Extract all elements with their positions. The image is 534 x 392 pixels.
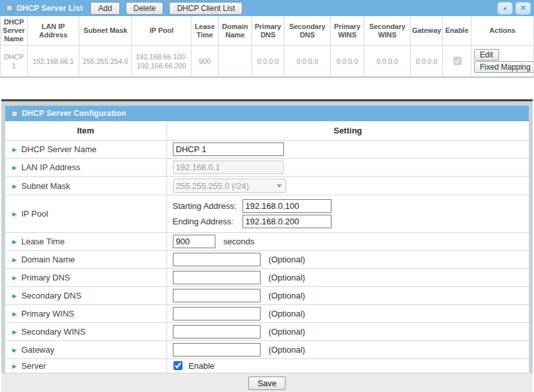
cell-gateway: 0.0.0.0	[411, 46, 443, 77]
col-subnet-mask: Subnet Mask	[79, 16, 132, 46]
arrow-icon: ▶	[12, 293, 17, 299]
setting-column-header: Setting	[166, 121, 529, 141]
col-primary-dns: Primary DNS	[252, 16, 284, 46]
field-label: ▶Primary WINS	[5, 305, 166, 323]
starting-address-input[interactable]	[242, 199, 331, 213]
item-column-header: Item	[5, 121, 166, 141]
arrow-icon: ▶	[12, 183, 17, 190]
col-secondary-wins: Secondary WINS	[364, 16, 411, 46]
panel-title: DHCP Server Configuration	[22, 109, 126, 118]
arrow-icon: ▶	[12, 347, 17, 353]
subnet-mask-selected-value: 255.255.255.0 (/24)	[176, 181, 249, 191]
row-secondary-wins: ▶Secondary WINS (Optional)	[5, 323, 529, 341]
arrow-icon: ▶	[12, 211, 17, 217]
cell-secondary-dns: 0.0.0.0	[284, 46, 331, 77]
cell-name: DHCP 1	[1, 46, 28, 77]
row-subnet-mask: ▶Subnet Mask 255.255.255.0 (/24)	[5, 177, 529, 195]
row-server-enable: ▶Server Enable	[5, 359, 529, 373]
lan-ip-address-input	[173, 161, 284, 174]
row-ip-pool: ▶IP Pool Starting Address: Ending Addres…	[5, 195, 529, 233]
save-button[interactable]: Save	[248, 377, 286, 390]
dhcp-server-list-panel: DHCP Server List Add Delete DHCP Client …	[0, 0, 534, 78]
optional-hint: (Optional)	[268, 273, 305, 282]
optional-hint: (Optional)	[268, 291, 305, 300]
optional-hint: (Optional)	[268, 345, 305, 355]
dhcp-server-list-header: DHCP Server List Add Delete DHCP Client …	[0, 0, 534, 16]
arrow-icon: ▶	[12, 257, 17, 263]
field-label: ▶IP Pool	[5, 195, 166, 233]
arrow-icon: ▶	[12, 363, 17, 369]
close-icon[interactable]: ✕	[515, 2, 531, 15]
panel-square-icon	[12, 111, 17, 117]
cell-actions: Edit Fixed Mapping	[471, 46, 534, 77]
col-ip-pool: IP Pool	[132, 16, 192, 46]
list-header-row: DHCP Server Name LAN IP Address Subnet M…	[1, 16, 534, 46]
optional-hint: (Optional)	[268, 255, 305, 264]
subnet-mask-select: 255.255.255.0 (/24)	[173, 179, 286, 193]
field-label: ▶Server	[5, 359, 166, 373]
edit-button[interactable]: Edit	[474, 49, 499, 61]
lease-time-input[interactable]	[173, 235, 215, 248]
lease-time-unit: seconds	[223, 237, 254, 246]
arrow-icon: ▶	[12, 164, 17, 171]
field-label: ▶Primary DNS	[5, 269, 166, 287]
row-gateway: ▶Gateway (Optional)	[5, 341, 529, 359]
field-label: ▶Lease Time	[5, 233, 166, 251]
primary-wins-input[interactable]	[173, 307, 261, 320]
field-label: ▶Subnet Mask	[5, 177, 166, 195]
form-footer: Save	[1, 373, 533, 392]
optional-hint: (Optional)	[268, 309, 305, 318]
field-label: ▶DHCP Server Name	[5, 141, 166, 159]
row-lease-time: ▶Lease Time seconds	[5, 233, 529, 251]
row-dhcp-server-name: ▶DHCP Server Name	[5, 141, 529, 159]
panel-square-icon	[6, 5, 12, 11]
gateway-input[interactable]	[173, 343, 261, 357]
row-primary-wins: ▶Primary WINS (Optional)	[5, 305, 529, 323]
col-lan-ip-address: LAN IP Address	[28, 16, 79, 46]
row-enable-checkbox	[453, 57, 462, 65]
table-row: DHCP 1 192.168.66.1 255.255.254.0 192.16…	[1, 46, 534, 77]
secondary-wins-input[interactable]	[173, 325, 261, 338]
server-enable-label: Enable	[188, 361, 214, 371]
cell-primary-dns: 0.0.0.0	[252, 46, 284, 77]
cell-subnet-mask: 255.255.254.0	[79, 46, 132, 77]
col-lease-time: Lease Time	[192, 16, 219, 46]
arrow-icon: ▶	[12, 311, 17, 317]
optional-hint: (Optional)	[268, 327, 305, 337]
cell-secondary-wins: 0.0.0.0	[364, 46, 411, 77]
col-domain-name: Domain Name	[219, 16, 252, 46]
dhcp-server-configuration-table: Item Setting ▶DHCP Server Name ▶LAN IP A…	[5, 121, 529, 373]
fixed-mapping-button[interactable]: Fixed Mapping	[474, 61, 534, 73]
primary-dns-input[interactable]	[173, 271, 261, 284]
secondary-dns-input[interactable]	[173, 289, 261, 302]
starting-address-label: Starting Address:	[173, 201, 242, 211]
domain-name-input[interactable]	[173, 253, 261, 266]
dhcp-server-configuration-panel: DHCP Server Configuration Item Setting ▶…	[1, 99, 533, 392]
server-enable-checkbox[interactable]	[173, 361, 183, 370]
cell-domain-name	[219, 46, 252, 77]
arrow-icon: ▶	[12, 239, 17, 245]
arrow-icon: ▶	[12, 146, 17, 153]
col-dhcp-server-name: DHCP Server Name	[1, 16, 28, 46]
col-primary-wins: Primary WINS	[331, 16, 364, 46]
cell-lan-ip: 192.168.66.1	[28, 46, 79, 77]
field-label: ▶LAN IP Address	[5, 159, 166, 177]
ending-address-input[interactable]	[242, 215, 331, 228]
col-gateway: Gateway	[411, 16, 443, 46]
arrow-icon: ▶	[12, 329, 17, 335]
collapse-icon[interactable]: ▲	[497, 2, 513, 15]
field-label: ▶Secondary DNS	[5, 287, 166, 305]
dhcp-server-list-table: DHCP Server Name LAN IP Address Subnet M…	[0, 16, 534, 77]
cell-lease-time: 900	[192, 46, 219, 77]
chevron-down-icon	[277, 184, 282, 188]
col-secondary-dns: Secondary DNS	[284, 16, 331, 46]
delete-button[interactable]: Delete	[126, 2, 164, 15]
dhcp-client-list-button[interactable]: DHCP Client List	[169, 2, 242, 15]
row-lan-ip-address: ▶LAN IP Address	[5, 159, 529, 177]
add-button[interactable]: Add	[90, 2, 119, 15]
dhcp-server-name-input[interactable]	[173, 142, 284, 156]
field-label: ▶Gateway	[5, 341, 166, 359]
form-header-row: Item Setting	[5, 121, 529, 141]
cell-ip-pool: 192.168.66.100-192.168.66.200	[132, 46, 192, 77]
row-domain-name: ▶Domain Name (Optional)	[5, 251, 529, 269]
